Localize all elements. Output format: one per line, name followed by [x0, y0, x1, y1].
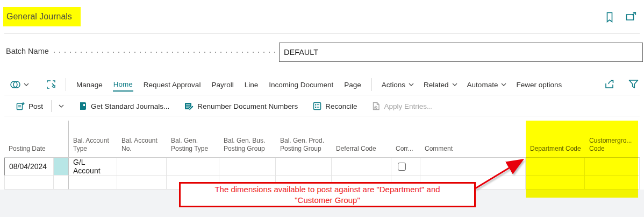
- tab-incoming-document[interactable]: Incoming Document: [268, 79, 334, 91]
- post-icon: [16, 102, 25, 110]
- cell-customergroup-code[interactable]: [585, 158, 640, 176]
- col-bal-gen-bus-posting-group[interactable]: Bal. Gen. Bus. Posting Group: [219, 121, 276, 157]
- empty-cell: [526, 176, 585, 190]
- chevron-down-icon: [409, 83, 414, 86]
- page-title: General Journals: [3, 7, 81, 26]
- reconcile-icon: [313, 102, 321, 110]
- empty-cell: [585, 176, 640, 190]
- apply-entries-label: Apply Entries...: [384, 102, 433, 110]
- chevron-down-icon: [501, 83, 506, 86]
- cell-posting-date[interactable]: 08/04/2024: [4, 158, 54, 176]
- tab-page[interactable]: Page: [344, 79, 362, 91]
- menu-actions-label: Actions: [382, 81, 405, 89]
- annotation-line-2: "Customer Group": [295, 195, 360, 206]
- get-standard-journals-label: Get Standard Journals...: [91, 102, 169, 110]
- col-bal-account-type[interactable]: Bal. Account Type: [69, 121, 117, 157]
- col-bal-gen-prod-posting-group[interactable]: Bal. Gen. Prod. Posting Group: [276, 121, 332, 157]
- renumber-icon: [184, 102, 194, 110]
- batch-name-input[interactable]: DEFAULT: [279, 43, 643, 62]
- reconcile-button[interactable]: Reconcile: [313, 102, 357, 110]
- col-comment[interactable]: Comment: [420, 121, 526, 157]
- tab-home[interactable]: Home: [113, 78, 133, 92]
- annotation-line-1: The dimensions available to post against…: [214, 184, 440, 195]
- tab-line[interactable]: Line: [244, 79, 259, 91]
- get-standard-journals-icon: [79, 102, 87, 110]
- cell-bal-gen-prod-posting-group[interactable]: [276, 158, 332, 176]
- cell-bal-gen-bus-posting-group[interactable]: [219, 158, 276, 176]
- toolbar-bottom-divider: [4, 116, 640, 116]
- get-standard-journals-button[interactable]: Get Standard Journals...: [79, 102, 169, 110]
- tab-request-approval[interactable]: Request Approval: [143, 79, 202, 91]
- col-posting-date[interactable]: Posting Date: [4, 121, 54, 157]
- cell-bal-gen-posting-type[interactable]: [167, 158, 219, 176]
- post-label: Post: [28, 102, 43, 110]
- table-row: 08/04/2024 G/L Account: [4, 158, 640, 176]
- cell-comment[interactable]: [420, 158, 526, 176]
- menu-fewer-options[interactable]: Fewer options: [516, 81, 562, 89]
- col-department-code[interactable]: Department Code: [526, 121, 585, 157]
- empty-cell: [69, 176, 117, 190]
- cell-bal-account-type[interactable]: G/L Account: [69, 158, 117, 176]
- menu-fewer-options-label: Fewer options: [516, 81, 562, 89]
- chevron-down-icon: [59, 104, 64, 108]
- ribbon-menu: Manage Home Request Approval Payroll Lin…: [10, 75, 639, 94]
- journal-lines-table: Posting Date Bal. Account Type Bal. Acco…: [4, 121, 640, 190]
- views-icon[interactable]: [10, 80, 29, 89]
- bookmark-icon[interactable]: [605, 12, 614, 23]
- cell-department-code[interactable]: [526, 158, 585, 176]
- general-journals-page: General Journals Batch Name DEFAULT Mana…: [0, 0, 644, 217]
- split-divider: [51, 100, 52, 112]
- tab-payroll[interactable]: Payroll: [211, 79, 234, 91]
- row-selection-cell[interactable]: [54, 158, 69, 176]
- empty-cell: [54, 176, 69, 190]
- cell-deferral-code[interactable]: [332, 158, 391, 176]
- chevron-down-icon: [452, 83, 457, 86]
- filter-icon[interactable]: [628, 79, 639, 90]
- col-row-indicator: [54, 121, 69, 157]
- cell-correction: [391, 158, 420, 176]
- correction-checkbox[interactable]: [398, 163, 406, 171]
- tab-manage[interactable]: Manage: [76, 79, 103, 91]
- menu-related-label: Related: [424, 81, 449, 89]
- ribbon-divider: [371, 78, 372, 91]
- menu-actions[interactable]: Actions: [382, 81, 414, 89]
- action-toolbar: Post Get Standard Journals... Renumber D…: [16, 97, 639, 115]
- post-button[interactable]: Post: [16, 100, 64, 112]
- title-divider: [4, 33, 640, 34]
- col-customergroup-code[interactable]: Customergro... Code: [585, 121, 640, 157]
- menu-related[interactable]: Related: [424, 81, 457, 89]
- ribbon-divider: [66, 78, 66, 91]
- col-bal-account-no[interactable]: Bal. Account No.: [117, 121, 167, 157]
- batch-name-label: Batch Name: [6, 47, 49, 55]
- col-correction[interactable]: Corr...: [391, 121, 420, 157]
- analysis-mode-icon[interactable]: [46, 80, 56, 89]
- col-deferral-code[interactable]: Deferral Code: [332, 121, 391, 157]
- cell-bal-account-no[interactable]: [117, 158, 167, 176]
- menu-automate[interactable]: Automate: [467, 81, 507, 89]
- empty-cell: [4, 176, 54, 190]
- menu-automate-label: Automate: [467, 81, 498, 89]
- apply-entries-icon: [372, 102, 380, 110]
- apply-entries-button: Apply Entries...: [372, 102, 433, 110]
- renumber-document-numbers-label: Renumber Document Numbers: [197, 102, 298, 110]
- col-bal-gen-posting-type[interactable]: Bal. Gen. Posting Type: [167, 121, 219, 157]
- page-title-wrap: General Journals: [3, 7, 81, 26]
- ribbon-bottom-divider: [4, 95, 640, 95]
- reconcile-label: Reconcile: [325, 102, 357, 110]
- table-header-row: Posting Date Bal. Account Type Bal. Acco…: [4, 121, 640, 158]
- batch-name-value: DEFAULT: [284, 48, 318, 57]
- renumber-document-numbers-button[interactable]: Renumber Document Numbers: [184, 102, 298, 110]
- open-window-icon[interactable]: [626, 12, 636, 23]
- annotation-callout: The dimensions available to post against…: [179, 182, 476, 207]
- batch-name-leader: [54, 52, 275, 53]
- empty-cell: [117, 176, 167, 190]
- share-icon[interactable]: [605, 79, 616, 90]
